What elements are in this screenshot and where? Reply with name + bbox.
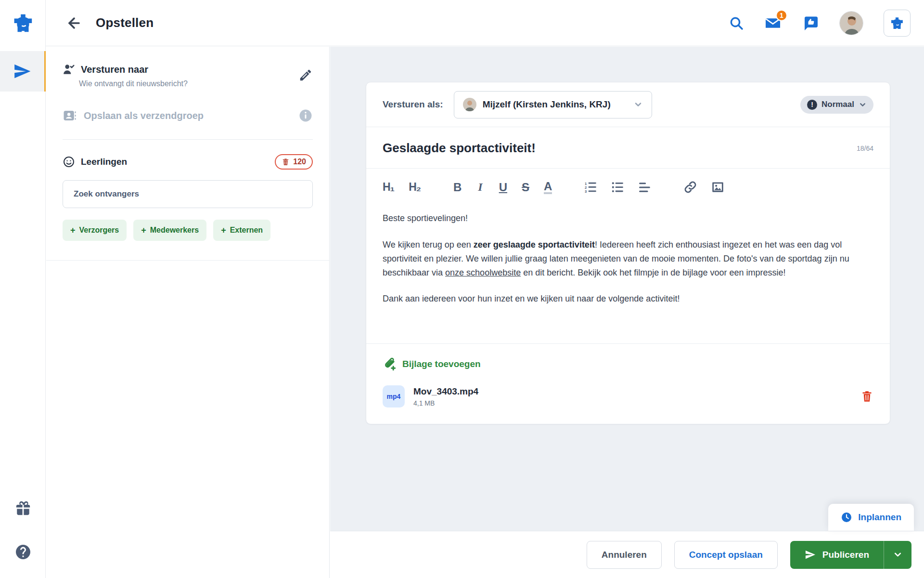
info-icon[interactable] <box>298 108 313 123</box>
apps-button[interactable] <box>884 10 911 37</box>
feedback-icon[interactable] <box>802 14 819 32</box>
save-group-button[interactable]: Opslaan als verzendgroep <box>63 108 204 123</box>
send-as-select[interactable]: Mijzelf (Kirsten Jenkins, KRJ) <box>454 91 652 118</box>
add-attachment-button[interactable]: Bijlage toevoegen <box>383 357 873 371</box>
send-to-panel: Versturen naar Wie ontvangt dit nieuwsbe… <box>46 47 329 261</box>
cancel-button[interactable]: Annuleren <box>587 541 662 569</box>
sender-avatar <box>463 98 476 111</box>
app-window: Opstellen 1 <box>0 0 924 578</box>
recipient-search[interactable] <box>63 180 313 208</box>
file-name: Mov_3403.mp4 <box>413 386 478 397</box>
add-attachment-label: Bijlage toevoegen <box>402 359 481 369</box>
publish-button[interactable]: Publiceren <box>790 541 884 569</box>
heading1-button[interactable]: H₁ <box>383 181 394 194</box>
delete-attachment-icon[interactable] <box>860 390 873 403</box>
italic-button[interactable]: I <box>476 181 484 194</box>
mail-icon[interactable]: 1 <box>764 14 782 32</box>
trash-icon <box>282 158 290 166</box>
sidebar-divider <box>63 139 313 140</box>
image-button[interactable] <box>711 181 724 194</box>
gift-icon[interactable] <box>15 500 31 516</box>
bold-button[interactable]: B <box>453 181 462 194</box>
plus-icon: + <box>141 226 146 235</box>
paper-plane-icon <box>13 62 31 80</box>
add-externen-button[interactable]: + Externen <box>213 220 270 241</box>
send-as-value: Mijzelf (Kirsten Jenkins, KRJ) <box>483 99 611 110</box>
link-button[interactable] <box>684 181 697 194</box>
paper-plane-icon <box>805 549 816 560</box>
back-button[interactable] <box>66 15 82 31</box>
plus-icon: + <box>70 226 76 235</box>
file-type-chip: mp4 <box>383 385 405 407</box>
publish-label: Publiceren <box>822 550 869 560</box>
subject-input[interactable] <box>383 141 847 156</box>
ordered-list-button[interactable]: 123 <box>585 181 597 194</box>
send-to-subtitle: Wie ontvangt dit nieuwsbericht? <box>79 79 188 88</box>
body-bold-text: zeer geslaagde sportactiviteit <box>474 240 595 250</box>
svg-text:3: 3 <box>585 189 587 193</box>
main-area: Versturen als: Mijzelf (Kirsten Jenkins,… <box>330 47 924 578</box>
contact-card-icon <box>63 108 77 123</box>
file-size: 4,1 MB <box>413 399 478 407</box>
schedule-label: Inplannen <box>858 512 901 523</box>
compose-card: Versturen als: Mijzelf (Kirsten Jenkins,… <box>366 82 890 424</box>
add-medewerkers-label: Medewerkers <box>150 226 199 235</box>
save-group-label: Opslaan als verzendgroep <box>84 110 204 121</box>
person-check-icon <box>63 63 75 76</box>
edit-pencil-icon[interactable] <box>298 68 313 84</box>
paperclip-plus-icon <box>383 357 396 371</box>
add-verzorgers-label: Verzorgers <box>79 226 119 235</box>
schedule-button[interactable]: Inplannen <box>828 504 914 531</box>
format-toolbar: H₁ H₂ B I U S A 123 <box>366 169 890 199</box>
header: Opstellen 1 <box>46 0 924 46</box>
heading2-button[interactable]: H₂ <box>409 181 421 194</box>
add-medewerkers-button[interactable]: + Medewerkers <box>133 220 206 241</box>
help-icon[interactable] <box>14 543 32 561</box>
footer-bar: Annuleren Concept opslaan Publiceren <box>330 531 924 578</box>
app-logo-icon <box>0 5 46 41</box>
send-as-label: Versturen als: <box>383 99 443 110</box>
page-title: Opstellen <box>96 15 154 30</box>
group-count: 120 <box>293 158 306 166</box>
clock-icon <box>841 512 852 523</box>
sidebar: Versturen naar Wie ontvangt dit nieuwsbe… <box>46 47 330 578</box>
send-to-title: Versturen naar <box>81 64 148 75</box>
char-counter: 18/64 <box>857 144 873 152</box>
body-p3: Dank aan iedereen voor hun inzet en we k… <box>383 294 680 303</box>
add-verzorgers-button[interactable]: + Verzorgers <box>63 220 127 241</box>
bullet-list-button[interactable] <box>612 181 624 194</box>
chevron-down-icon <box>633 100 643 109</box>
left-rail <box>0 0 46 578</box>
text-color-button[interactable]: A <box>544 180 552 194</box>
message-body[interactable]: Beste sportievelingen! We kijken terug o… <box>366 199 890 343</box>
publish-split-button: Publiceren <box>790 541 911 569</box>
body-link[interactable]: onze schoolwebsite <box>445 268 521 277</box>
mail-badge: 1 <box>776 10 787 21</box>
priority-label: Normaal <box>821 100 854 109</box>
attachment-section: Bijlage toevoegen mp4 Mov_3403.mp4 4,1 M… <box>366 343 890 424</box>
body-p1: Beste sportievelingen! <box>383 213 468 223</box>
attachment-row: mp4 Mov_3403.mp4 4,1 MB <box>383 385 873 407</box>
add-externen-label: Externen <box>230 226 263 235</box>
underline-button[interactable]: U <box>499 181 507 194</box>
body-p2: We kijken terug op een zeer geslaagde sp… <box>383 238 873 279</box>
strikethrough-button[interactable]: S <box>522 181 529 194</box>
remove-group-pill[interactable]: 120 <box>275 154 313 170</box>
align-button[interactable] <box>639 181 651 194</box>
publish-options-chevron[interactable] <box>884 541 911 569</box>
smiley-icon <box>63 156 75 168</box>
rail-item-compose[interactable] <box>0 51 46 92</box>
search-input[interactable] <box>74 189 302 199</box>
avatar[interactable] <box>839 11 863 35</box>
save-draft-button[interactable]: Concept opslaan <box>674 541 778 569</box>
chevron-down-icon <box>859 101 867 109</box>
group-label: Leerlingen <box>81 157 127 167</box>
plus-icon: + <box>221 226 226 235</box>
priority-selector[interactable]: ! Normaal <box>800 96 873 114</box>
search-icon[interactable] <box>729 15 744 31</box>
priority-icon: ! <box>807 100 817 110</box>
